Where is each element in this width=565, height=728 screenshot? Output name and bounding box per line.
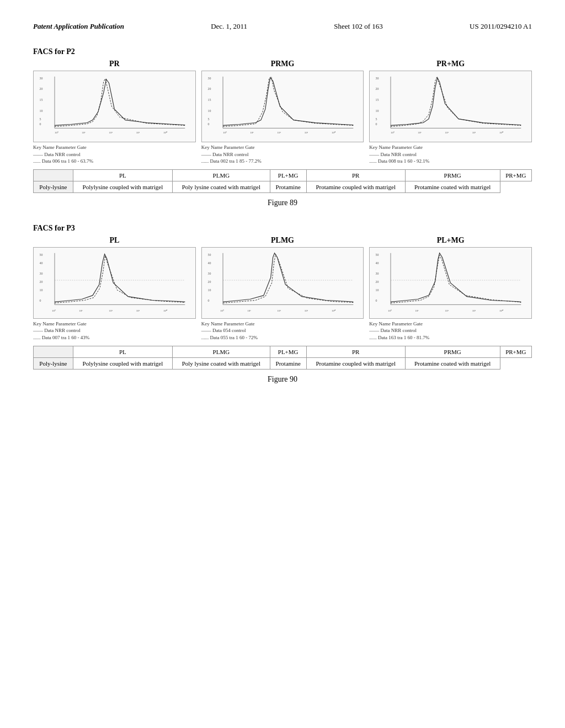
svg-text:40: 40 [376,261,379,264]
svg-text:0: 0 [207,299,209,302]
legend-header-prmg: PRMG [405,169,500,181]
legend-prmg-cell: Protamine coupled with matrigel [306,181,405,192]
svg-text:10¹: 10¹ [250,131,254,134]
figure-89-legend: PL PLMG PL+MG PR PRMG PR+MG Poly-lysine … [33,169,532,193]
figure-90-chart-row: PL 50 40 30 20 10 0 10⁰ 10¹ 10² 10 [33,236,532,341]
svg-text:40: 40 [207,261,211,264]
sheet-info: Sheet 102 of 163 [334,22,382,31]
svg-text:10¹: 10¹ [415,309,419,312]
page: Patent Application Publication Dec. 1, 2… [0,0,565,728]
pl-label: PL [109,236,119,245]
legend-plmg-cell: Polylysine coupled with matrigel [73,181,172,192]
svg-text:10¹: 10¹ [79,309,83,312]
legend-pr-mg-cell: Protamine coated with matrigel [405,181,500,192]
svg-text:10²: 10² [277,131,281,134]
pl-mg-chart-caption: Key Name Parameter Gate —— Data NRR cont… [369,320,532,341]
pr-label: PR [109,60,120,68]
svg-text:0: 0 [376,122,377,126]
figure-89-caption: Figure 89 [33,199,532,207]
figure-90-legend: PL PLMG PL+MG PR PRMG PR+MG Poly-lysine … [33,346,532,370]
svg-text:30: 30 [376,272,379,275]
svg-text:10: 10 [39,109,42,113]
svg-text:15: 15 [39,98,42,101]
plmg-chart-svg: 50 40 30 20 10 0 10⁰ 10¹ 10² 10³ 10⁴ [202,248,364,318]
pl-chart-box: 50 40 30 20 10 0 10⁰ 10¹ 10² 10³ 10⁴ [33,247,196,319]
legend-header-pl-mg: PL+MG [270,169,306,181]
svg-text:10⁰: 10⁰ [391,131,395,134]
svg-text:10: 10 [207,288,211,292]
svg-text:10³: 10³ [136,309,140,312]
figure-89-section: FACS for P2 PR 30 20 15 10 5 [33,47,532,207]
svg-text:10: 10 [376,288,379,292]
prmg-chart-caption: Key Name Parameter Gate —— Data NRR cont… [201,144,364,165]
pl-chart-col: PL 50 40 30 20 10 0 10⁰ 10¹ 10² 10 [33,236,196,341]
figure-90-section: FACS for P3 PL 50 40 30 20 10 0 10⁰ [33,224,532,384]
legend90-header-pr-mg: PR+MG [500,346,531,357]
svg-text:30: 30 [39,272,42,275]
svg-text:15: 15 [207,98,211,101]
svg-text:10²: 10² [277,309,281,312]
svg-text:50: 50 [39,253,42,256]
prmg2-chart-svg: 30 20 15 10 5 0 10⁰ 10¹ 10² 10³ 10⁴ [370,71,531,142]
svg-text:20: 20 [207,87,211,90]
svg-text:5: 5 [376,117,377,121]
legend90-header-pl: PL [73,346,172,357]
pr-chart-svg: 30 20 15 10 5 0 10⁰ 10¹ 10² 10³ 10⁴ [34,71,195,142]
legend-header-pl: PL [73,169,172,181]
svg-text:10⁴: 10⁴ [499,131,503,134]
svg-text:20: 20 [207,280,211,283]
legend-row-label: Poly-lysine [34,181,73,192]
svg-text:10³: 10³ [472,309,476,312]
legend-pl-mg-cell: Poly lysine coated with matrigel [173,181,270,192]
legend90-row-label: Poly-lysine [34,357,73,369]
svg-text:10²: 10² [445,309,449,312]
svg-text:20: 20 [39,280,42,283]
pl-mg-chart-svg: 50 40 30 20 10 0 10⁰ 10¹ 10² 10³ 10⁴ [370,248,531,318]
legend90-pl-mg-cell: Poly lysine coated with matrigel [173,357,270,369]
legend90-header-prmg: PRMG [405,346,500,357]
prmg2-chart-caption: Key Name Parameter Gate —— Data NRR cont… [369,144,532,165]
legend90-pr-mg-cell: Protamine coated with matrigel [405,357,500,369]
svg-text:5: 5 [39,117,41,121]
svg-text:20: 20 [39,87,42,90]
legend90-header-pr: PR [306,346,405,357]
svg-text:30: 30 [376,77,379,80]
svg-text:10¹: 10¹ [247,309,251,312]
svg-text:15: 15 [376,98,379,101]
pl-chart-svg: 50 40 30 20 10 0 10⁰ 10¹ 10² 10³ 10⁴ [34,248,195,318]
svg-text:10: 10 [376,109,379,113]
svg-text:0: 0 [39,122,41,126]
publication-date: Dec. 1, 2011 [211,22,247,31]
prmg-chart-col: PRMG 30 20 15 10 5 0 10⁰ 10¹ 10² 1 [201,60,364,165]
svg-text:10¹: 10¹ [82,131,86,134]
svg-text:50: 50 [376,253,379,256]
svg-text:0: 0 [207,122,209,126]
svg-text:30: 30 [39,77,42,80]
legend-header-pr: PR [306,169,405,181]
prmg2-chart-col: PR+MG 30 20 15 10 5 0 10⁰ 10¹ 10² [369,60,532,165]
patent-number: US 2011/0294210 A1 [470,22,532,31]
page-header: Patent Application Publication Dec. 1, 2… [33,22,532,31]
svg-text:10: 10 [39,288,42,292]
prmg2-chart-box: 30 20 15 10 5 0 10⁰ 10¹ 10² 10³ 10⁴ [369,71,532,142]
legend-header-pr-mg: PR+MG [500,169,531,181]
pl-chart-caption: Key Name Parameter Gate —— Data NRR cont… [33,320,196,341]
svg-text:10³: 10³ [304,309,308,312]
prmg-chart-svg: 30 20 15 10 5 0 10⁰ 10¹ 10² 10³ 10⁴ [202,71,364,142]
plmg-chart-box: 50 40 30 20 10 0 10⁰ 10¹ 10² 10³ 10⁴ [201,247,364,319]
facs-p2-label: FACS for P2 [33,47,532,56]
svg-text:20: 20 [376,87,379,90]
legend90-prmg-cell: Protamine coupled with matrigel [306,357,405,369]
legend90-header-pl-mg: PL+MG [270,346,306,357]
svg-text:0: 0 [376,299,377,302]
pl-mg-chart-box: 50 40 30 20 10 0 10⁰ 10¹ 10² 10³ 10⁴ [369,247,532,319]
svg-text:50: 50 [207,253,211,256]
prmg-chart-box: 30 20 15 10 5 0 10⁰ 10¹ 10² 10³ 10⁴ [201,71,364,142]
figure-90-caption: Figure 90 [33,375,532,384]
pr-chart-box: 30 20 15 10 5 0 10⁰ 10¹ 10² 10³ 10⁴ [33,71,196,142]
svg-text:10²: 10² [109,131,113,134]
svg-text:5: 5 [207,117,209,121]
legend-protamine-cell: Protamine [270,181,306,192]
svg-text:20: 20 [376,280,379,283]
facs-p3-label: FACS for P3 [33,224,532,233]
